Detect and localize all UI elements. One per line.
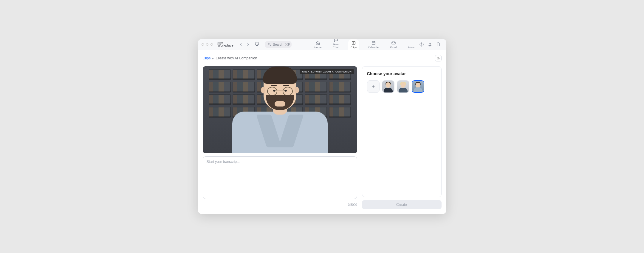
- history-icon: [255, 41, 259, 46]
- ai-companion-button[interactable]: [444, 42, 446, 47]
- main-row: CREATED WITH ZOOM AI COMPANION 0/5000 Ch…: [203, 66, 442, 209]
- avatar-ear: [295, 87, 299, 93]
- avatar-option-1[interactable]: [382, 80, 394, 93]
- chevron-right-icon: [247, 43, 250, 46]
- email-icon: [391, 41, 396, 45]
- avatar-head: [264, 68, 296, 110]
- nav-label: Calendar: [368, 46, 379, 49]
- chevron-left-icon: [239, 43, 242, 46]
- history-button[interactable]: [255, 41, 259, 47]
- svg-point-7: [412, 43, 413, 43]
- search-icon: [268, 42, 271, 47]
- svg-point-1: [268, 43, 270, 45]
- clipboard-icon: [436, 42, 441, 47]
- search-shortcut: ⌘F: [285, 43, 290, 46]
- breadcrumb-separator: ▸: [212, 57, 214, 60]
- chat-icon: [334, 39, 338, 42]
- traffic-minimize[interactable]: [206, 43, 208, 46]
- avatar-brow: [283, 85, 289, 86]
- search-box[interactable]: Search ⌘F: [265, 41, 292, 48]
- nav-label: More: [408, 46, 414, 49]
- create-button-label: Create: [396, 203, 407, 207]
- content-area: Clips ▸ Create with AI Companion: [198, 50, 446, 214]
- avatar-thumb: [397, 81, 409, 92]
- avatar-brow: [271, 85, 277, 86]
- nav-label: Team Chat: [333, 43, 339, 49]
- avatar-panel: Choose your avatar: [362, 66, 442, 197]
- avatar-torso: [232, 112, 328, 153]
- right-column: Choose your avatar: [362, 66, 442, 209]
- avatar-hair: [263, 67, 297, 84]
- traffic-maximize[interactable]: [210, 43, 213, 46]
- sparkle-icon: [444, 42, 446, 47]
- avatar-ear: [261, 87, 265, 93]
- more-icon: [409, 41, 414, 45]
- nav-label: Email: [390, 46, 397, 49]
- titlebar-right: [419, 41, 446, 47]
- breadcrumb-current: Create with AI Companion: [216, 56, 257, 60]
- nav-tab-email[interactable]: Email: [388, 39, 400, 50]
- nav-tab-clips[interactable]: Clips: [348, 39, 359, 50]
- avatar-preview: CREATED WITH ZOOM AI COMPANION: [203, 66, 357, 153]
- clips-icon: [351, 41, 356, 45]
- preview-scene: [203, 66, 357, 153]
- breadcrumb: Clips ▸ Create with AI Companion: [203, 55, 442, 61]
- bell-icon: [428, 42, 432, 47]
- transcript-input[interactable]: [203, 156, 357, 199]
- avatar-grid: [367, 80, 436, 93]
- window-controls: [202, 43, 213, 46]
- breadcrumb-clips-link[interactable]: Clips: [203, 56, 211, 60]
- avatar-thumb: [382, 81, 394, 92]
- add-avatar-button[interactable]: [367, 80, 380, 93]
- plus-icon: [371, 84, 375, 89]
- avatar-glasses: [267, 87, 293, 96]
- calendar-icon: [371, 41, 376, 45]
- avatar-option-3[interactable]: [412, 80, 424, 93]
- home-icon: [315, 41, 320, 45]
- preview-watermark: CREATED WITH ZOOM AI COMPANION: [300, 69, 354, 74]
- help-button[interactable]: [419, 42, 424, 47]
- svg-rect-9: [437, 43, 439, 46]
- svg-point-5: [410, 43, 411, 43]
- brand-bottom: Workplace: [218, 44, 233, 47]
- nav-arrows: [239, 42, 250, 47]
- titlebar: zoom Workplace Search ⌘F Home: [198, 39, 446, 50]
- nav-tab-calendar[interactable]: Calendar: [366, 39, 381, 50]
- traffic-close[interactable]: [202, 43, 204, 46]
- share-icon: [436, 56, 440, 60]
- create-button[interactable]: Create: [362, 200, 442, 209]
- svg-rect-3: [372, 41, 375, 44]
- search-placeholder: Search: [273, 43, 283, 46]
- nav-tabs: Home 5 Team Chat Clips Calendar Email: [312, 39, 417, 50]
- nav-forward-button[interactable]: [246, 42, 250, 47]
- left-column: CREATED WITH ZOOM AI COMPANION 0/5000: [203, 66, 357, 209]
- app-window: zoom Workplace Search ⌘F Home: [198, 39, 446, 214]
- avatar-option-2[interactable]: [397, 80, 409, 93]
- nav-tab-home[interactable]: Home: [312, 39, 324, 50]
- clipboard-button[interactable]: [436, 42, 441, 47]
- nav-tab-team-chat[interactable]: 5 Team Chat: [330, 39, 342, 50]
- nav-label: Clips: [351, 46, 357, 49]
- transcript-char-count: 0/5000: [203, 203, 357, 206]
- svg-point-6: [411, 43, 412, 43]
- nav-back-button[interactable]: [239, 42, 243, 47]
- share-button[interactable]: [435, 55, 442, 61]
- nav-tab-more[interactable]: More: [406, 39, 417, 50]
- avatar-thumb: [412, 81, 424, 92]
- brand-logo: zoom Workplace: [218, 42, 233, 47]
- nav-label: Home: [314, 46, 321, 49]
- help-icon: [419, 42, 424, 47]
- avatar-panel-title: Choose your avatar: [367, 71, 436, 76]
- notifications-button[interactable]: [428, 42, 432, 47]
